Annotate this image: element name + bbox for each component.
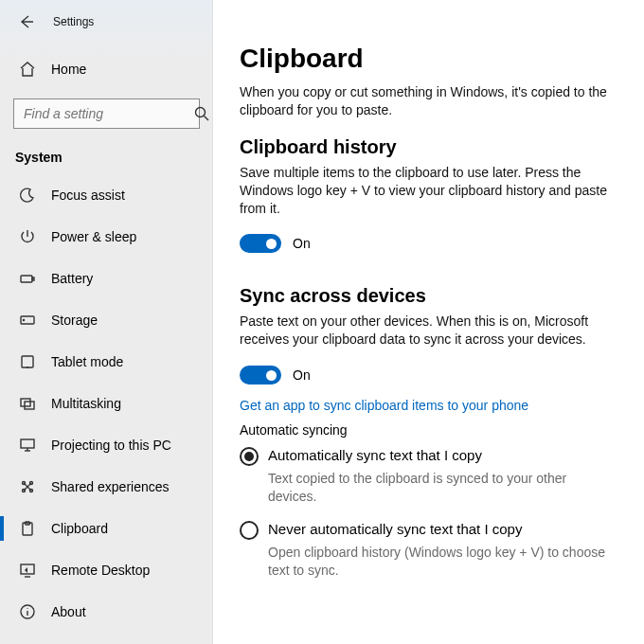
radio-icon	[240, 521, 259, 540]
storage-icon	[19, 312, 36, 329]
svg-rect-2	[32, 277, 34, 280]
radio-icon	[240, 447, 259, 466]
search-icon	[193, 105, 210, 122]
svg-rect-8	[21, 439, 34, 448]
projecting-icon	[19, 437, 36, 454]
svg-point-4	[23, 319, 24, 320]
clipboard-history-desc: Save multiple items to the clipboard to …	[240, 164, 617, 218]
clipboard-history-toggle-row: On	[240, 234, 617, 253]
sync-phone-link[interactable]: Get an app to sync clipboard items to yo…	[240, 398, 617, 413]
arrow-left-icon	[18, 13, 35, 30]
radio-desc-never-sync: Open clipboard history (Windows logo key…	[268, 544, 617, 580]
sidebar-item-remote-desktop[interactable]: Remote Desktop	[0, 549, 213, 591]
radio-option-auto-sync[interactable]: Automatically sync text that I copy	[240, 447, 617, 466]
sidebar-item-battery[interactable]: Battery	[0, 258, 213, 299]
svg-rect-5	[22, 356, 33, 367]
nav-label: Power & sleep	[51, 229, 136, 244]
titlebar: Settings	[0, 6, 213, 38]
sidebar-item-about[interactable]: About	[0, 591, 213, 633]
power-icon	[19, 228, 36, 245]
multitasking-icon	[19, 395, 36, 412]
svg-rect-6	[21, 399, 30, 406]
sidebar: Settings Home System Focus assist	[0, 0, 213, 644]
nav-label: Focus assist	[51, 188, 125, 203]
search-box[interactable]	[13, 98, 200, 129]
sidebar-home[interactable]: Home	[0, 51, 213, 87]
section-sync: Sync across devices	[240, 285, 617, 307]
shared-experiences-icon	[19, 478, 36, 495]
nav-label: Projecting to this PC	[51, 438, 171, 453]
page-intro: When you copy or cut something in Window…	[240, 83, 617, 119]
sidebar-item-multitasking[interactable]: Multitasking	[0, 383, 213, 424]
clipboard-icon	[19, 520, 36, 537]
search-input[interactable]	[22, 105, 193, 122]
clipboard-history-toggle-state: On	[293, 236, 311, 251]
nav-label: Tablet mode	[51, 354, 123, 369]
sidebar-group-header: System	[0, 144, 213, 174]
nav-label: Battery	[51, 271, 93, 286]
nav-label: About	[51, 604, 86, 619]
app-title: Settings	[53, 15, 94, 28]
home-label: Home	[51, 62, 86, 77]
sync-desc: Paste text on your other devices. When t…	[240, 313, 617, 349]
nav-label: Storage	[51, 313, 98, 328]
sidebar-item-shared-experiences[interactable]: Shared experiences	[0, 466, 213, 508]
home-icon	[19, 61, 36, 78]
nav-label: Multitasking	[51, 396, 121, 411]
radio-option-never-sync[interactable]: Never automatically sync text that I cop…	[240, 521, 617, 540]
svg-rect-7	[25, 402, 34, 409]
sidebar-item-focus-assist[interactable]: Focus assist	[0, 174, 213, 216]
sync-toggle[interactable]	[240, 366, 281, 385]
sidebar-item-storage[interactable]: Storage	[0, 299, 213, 341]
nav-label: Shared experiences	[51, 479, 170, 494]
nav-label: Remote Desktop	[51, 563, 150, 578]
sidebar-item-clipboard[interactable]: Clipboard	[0, 508, 213, 549]
sidebar-item-tablet-mode[interactable]: Tablet mode	[0, 341, 213, 383]
sidebar-nav: Focus assist Power & sleep Battery Stora…	[0, 174, 213, 633]
settings-window: Settings Home System Focus assist	[0, 0, 644, 644]
nav-label: Clipboard	[51, 521, 108, 536]
back-button[interactable]	[11, 7, 42, 37]
radio-label: Never automatically sync text that I cop…	[268, 521, 522, 537]
sync-toggle-row: On	[240, 366, 617, 385]
radio-label: Automatically sync text that I copy	[268, 447, 482, 463]
page-title: Clipboard	[240, 44, 617, 74]
main-content: Clipboard When you copy or cut something…	[213, 0, 644, 644]
battery-icon	[19, 270, 36, 287]
section-clipboard-history: Clipboard history	[240, 136, 617, 158]
moon-icon	[19, 187, 36, 204]
sync-toggle-state: On	[293, 367, 311, 383]
svg-rect-1	[21, 276, 32, 282]
remote-desktop-icon	[19, 562, 36, 579]
sidebar-item-projecting[interactable]: Projecting to this PC	[0, 424, 213, 466]
tablet-icon	[19, 353, 36, 370]
radio-desc-auto-sync: Text copied to the clipboard is synced t…	[268, 470, 617, 506]
sidebar-item-power-sleep[interactable]: Power & sleep	[0, 216, 213, 258]
clipboard-history-toggle[interactable]	[240, 234, 281, 253]
info-icon	[19, 603, 36, 620]
automatic-syncing-label: Automatic syncing	[240, 422, 617, 438]
svg-point-17	[27, 608, 27, 609]
svg-point-0	[196, 108, 206, 117]
